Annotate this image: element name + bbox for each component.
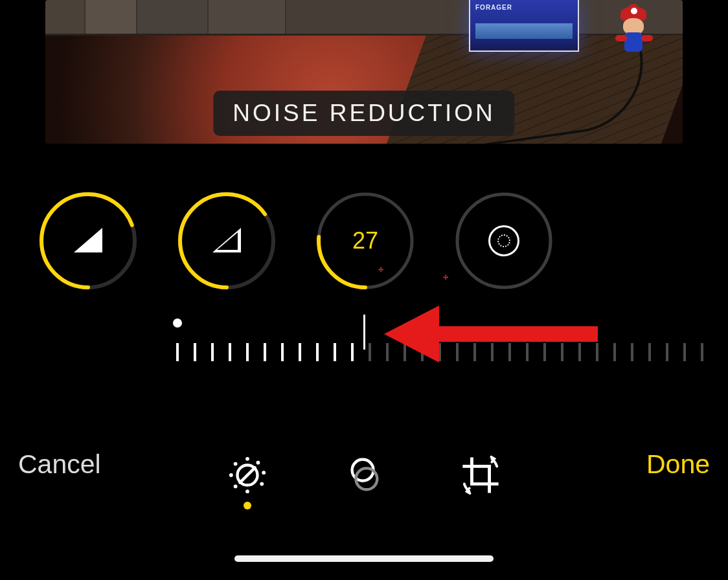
done-button[interactable]: Done: [646, 449, 710, 480]
slider-zero-dot: [173, 318, 182, 328]
svg-point-12: [234, 485, 238, 489]
slider-ticks: [176, 343, 728, 364]
edit-mode-tabs: [0, 443, 728, 508]
mario-figure: [611, 6, 657, 71]
home-indicator[interactable]: [234, 555, 494, 562]
tab-filters[interactable]: [341, 452, 387, 498]
tv-screen: FORAGER: [469, 0, 579, 52]
dial-ring: [316, 192, 415, 290]
triangle-outline-icon: [212, 228, 241, 254]
adjustment-dials-row[interactable]: 27 ✢ ✢: [39, 192, 689, 295]
svg-line-16: [240, 467, 255, 482]
tab-adjust[interactable]: [225, 452, 270, 498]
dial-sharpness[interactable]: [39, 192, 137, 290]
tab-crop[interactable]: [458, 452, 503, 498]
adjustment-name-label: NOISE REDUCTION: [213, 91, 514, 136]
speck-icon: ✢: [443, 276, 447, 280]
svg-point-14: [234, 462, 238, 466]
filters-icon: [344, 455, 384, 495]
svg-point-7: [245, 457, 249, 461]
speck-icon: ✢: [378, 268, 382, 272]
vignette-icon: [488, 225, 519, 256]
value-slider[interactable]: [0, 309, 728, 374]
crop-icon: [461, 455, 501, 495]
dial-vignette[interactable]: ✢: [455, 192, 553, 290]
svg-point-8: [256, 461, 260, 465]
svg-point-13: [229, 473, 233, 477]
svg-point-9: [262, 471, 266, 474]
adjust-icon: [227, 455, 267, 495]
dial-definition[interactable]: [177, 192, 276, 290]
svg-point-11: [245, 489, 249, 493]
svg-point-10: [260, 482, 264, 486]
stone-wall: [45, 0, 683, 36]
dial-noise-reduction[interactable]: 27 ✢: [316, 192, 415, 290]
triangle-filled-icon: [74, 228, 102, 254]
